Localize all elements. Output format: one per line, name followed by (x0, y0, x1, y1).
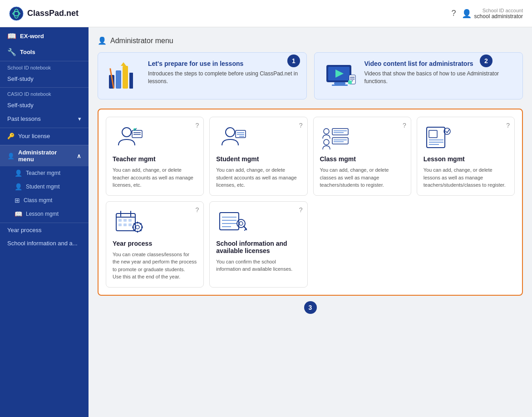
teacher-mgmt-card-title: Teacher mgmt (113, 155, 197, 163)
lesson-mgmt-icon: 📖 (15, 210, 22, 218)
sidebar-sub-item-student-mgmt[interactable]: 👤 Student mgmt (0, 180, 89, 194)
svg-rect-4 (123, 66, 128, 89)
self-study-2-label: Self-study (7, 102, 34, 109)
student-mgmt-card-desc: You can add, change, or delete student a… (216, 166, 300, 189)
svg-point-29 (324, 139, 329, 145)
school-info-card-icon (216, 208, 248, 235)
annotation-3: 3 (304, 301, 317, 314)
admin-menu-label: Administrator menu (18, 149, 73, 163)
svg-rect-3 (116, 70, 121, 89)
tools-icon: 🔧 (7, 48, 16, 56)
card-school-info[interactable]: ? (209, 201, 307, 288)
sidebar-item-self-study-1[interactable]: Self-study (0, 72, 89, 85)
sidebar-item-your-license[interactable]: 🔑 Your license (0, 128, 89, 143)
card-lesson-mgmt[interactable]: ? Lesson mgmt You can add, (417, 117, 515, 196)
school-info-card-title: School information and available license… (216, 240, 300, 254)
card-student-mgmt[interactable]: ? Student mgmt You can add, change, or d… (209, 117, 307, 196)
class-mgmt-icon: ⊞ (15, 197, 20, 204)
sidebar-item-past-lessons[interactable]: Past lessons ▾ (0, 112, 89, 126)
teacher-help-icon[interactable]: ? (195, 122, 199, 129)
annotation-1: 1 (287, 55, 300, 67)
class-help-icon[interactable]: ? (403, 122, 406, 129)
lesson-mgmt-card-desc: You can add, change, or delete lessons a… (424, 166, 508, 189)
account-details: School ID account school administrator (474, 8, 523, 20)
admin-grid-section: ? Teacher mgmt You can add, (98, 109, 523, 296)
student-mgmt-icon: 👤 (15, 183, 22, 190)
svg-rect-47 (123, 219, 127, 222)
svg-rect-50 (123, 223, 127, 226)
svg-rect-11 (334, 82, 345, 84)
svg-point-28 (324, 129, 329, 134)
svg-rect-12 (332, 84, 348, 86)
svg-rect-5 (129, 73, 133, 89)
svg-rect-17 (348, 80, 352, 84)
sidebar-item-school-info[interactable]: School information and a... (0, 237, 89, 250)
year-process-card-desc: You can create classes/lessons for the n… (113, 251, 197, 281)
teacher-mgmt-card-icon (113, 124, 144, 151)
page-title-text: Administrator menu (110, 37, 173, 45)
student-help-icon[interactable]: ? (299, 122, 303, 129)
banner-row: Let's prepare for use in lessons Introdu… (98, 52, 523, 99)
school-id-label: School ID notebook (0, 61, 89, 72)
empty-card-2 (417, 201, 515, 288)
svg-point-68 (239, 222, 243, 225)
sidebar-item-self-study-2[interactable]: Self-study (0, 99, 89, 112)
banner-video-title: Video content list for administrators (365, 60, 516, 67)
school-info-label: School information and a... (7, 240, 78, 247)
class-mgmt-card-title: Class mgmt (320, 155, 404, 163)
svg-rect-42 (116, 213, 135, 231)
mgmt-cards-top: ? Teacher mgmt You can add, (106, 117, 515, 196)
help-icon[interactable]: ? (452, 9, 456, 18)
svg-rect-51 (128, 223, 132, 226)
svg-rect-30 (332, 129, 348, 135)
sidebar-item-administrator-menu[interactable]: 👤 Administrator menu ∧ (0, 145, 89, 166)
banner-prepare-description: Introduces the steps to complete before … (148, 70, 299, 85)
banner-card-prepare[interactable]: Let's prepare for use in lessons Introdu… (98, 52, 307, 99)
lesson-help-icon[interactable]: ? (506, 122, 510, 129)
card-year-process[interactable]: ? (106, 201, 204, 288)
account-name: school administrator (474, 13, 523, 20)
banner-prepare-image (105, 60, 142, 92)
banner-video-text: Video content list for administrators Vi… (365, 60, 516, 85)
tools-label: Tools (20, 49, 35, 55)
school-info-help-icon[interactable]: ? (299, 206, 303, 213)
year-help-icon[interactable]: ? (195, 206, 199, 213)
lesson-mgmt-label: Lesson mgmt (26, 211, 59, 217)
svg-rect-19 (132, 130, 142, 138)
class-mgmt-label: Class mgmt (24, 197, 52, 204)
student-mgmt-card-icon (216, 124, 248, 151)
sidebar-sub-item-lesson-mgmt[interactable]: 📖 Lesson mgmt (0, 207, 89, 221)
page-title: 👤 Administrator menu (98, 36, 523, 45)
sidebar-item-ex-word[interactable]: 📖 EX-word (0, 27, 89, 43)
header-right: ? 👤 School ID account school administrat… (452, 8, 523, 20)
banner-video-image (322, 60, 358, 92)
svg-rect-37 (429, 130, 437, 138)
sidebar-item-tools[interactable]: 🔧 Tools (0, 43, 89, 59)
admin-menu-chevron: ∧ (77, 153, 81, 159)
page-title-icon: 👤 (98, 36, 107, 45)
sidebar-sub-item-teacher-mgmt[interactable]: 👤 Teacher mgmt (0, 166, 89, 180)
card-class-mgmt[interactable]: ? (313, 117, 411, 196)
sidebar-item-year-process[interactable]: Year process (0, 223, 89, 237)
svg-point-23 (226, 128, 235, 137)
class-mgmt-card-desc: You can add, change, or delete classes a… (320, 166, 404, 189)
svg-rect-33 (332, 138, 348, 144)
past-lessons-label: Past lessons (7, 115, 41, 122)
main-content: 👤 Administrator menu 1 2 (89, 27, 532, 417)
app-header: ClassPad.net ? 👤 School ID account schoo… (0, 0, 532, 27)
your-license-icon: 🔑 (7, 133, 15, 139)
account-label: School ID account (474, 8, 523, 13)
card-teacher-mgmt[interactable]: ? Teacher mgmt You can add, (106, 117, 204, 196)
teacher-mgmt-icon: 👤 (15, 169, 22, 177)
student-mgmt-label: Student mgmt (26, 184, 60, 190)
admin-menu-icon: 👤 (7, 153, 15, 159)
account-icon: 👤 (462, 9, 472, 19)
svg-rect-62 (220, 213, 239, 230)
svg-rect-49 (118, 223, 122, 226)
ex-word-label: EX-word (20, 33, 44, 40)
year-process-card-title: Year process (113, 240, 197, 247)
student-mgmt-card-title: Student mgmt (216, 155, 300, 163)
mgmt-cards-bottom: ? (106, 201, 515, 288)
sidebar-sub-item-class-mgmt[interactable]: ⊞ Class mgmt (0, 194, 89, 207)
logo-text: ClassPad.net (27, 9, 79, 18)
